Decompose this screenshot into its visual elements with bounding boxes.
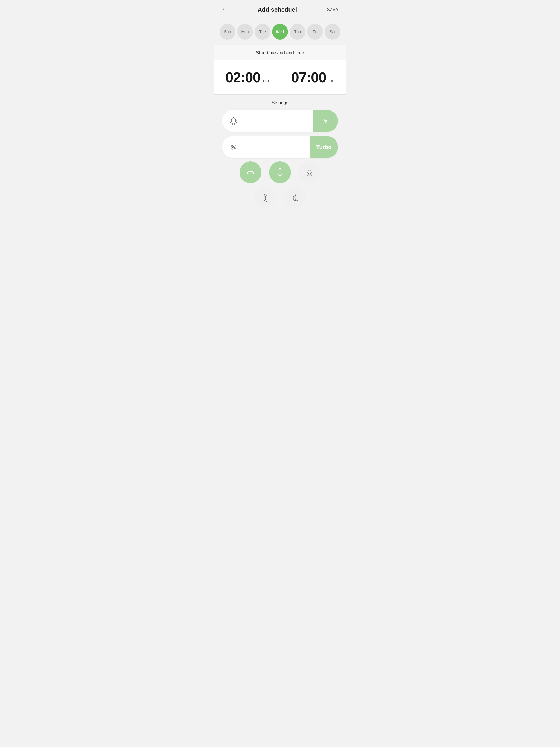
day-mon[interactable]: Mon	[237, 24, 253, 40]
app-container: ‹ Add scheduel Save Sun Mon Tue Wed Thu …	[214, 0, 346, 747]
round-buttons-row-2	[214, 185, 346, 215]
svg-marker-0	[230, 117, 237, 125]
header: ‹ Add scheduel Save	[214, 0, 346, 18]
start-time-cell[interactable]: 02:00 a.m	[214, 60, 280, 94]
svg-point-5	[308, 173, 309, 174]
level-pill-control[interactable]: 5	[222, 110, 338, 132]
sleep-mode-button[interactable]	[284, 186, 306, 208]
level-value: 5	[313, 110, 338, 132]
days-row: Sun Mon Tue Wed Thu Fri Sat	[219, 24, 341, 40]
day-fri[interactable]: Fri	[307, 24, 323, 40]
fan-icon	[228, 141, 239, 153]
svg-point-9	[297, 197, 298, 198]
tree-icon	[228, 115, 239, 127]
back-button[interactable]: ‹	[222, 5, 233, 14]
person-mode-button[interactable]	[254, 186, 276, 208]
page-title: Add scheduel	[233, 6, 322, 14]
svg-point-10	[296, 195, 296, 195]
svg-point-8	[297, 195, 297, 196]
day-sat[interactable]: Sat	[325, 24, 340, 40]
time-section-label: Start time and end time	[214, 45, 346, 60]
save-button[interactable]: Save	[322, 7, 338, 12]
days-section: Sun Mon Tue Wed Thu Fri Sat	[214, 18, 346, 45]
start-time-value: 02:00	[225, 69, 260, 85]
child-lock-button[interactable]	[299, 161, 321, 183]
end-time-value: 07:00	[291, 69, 326, 85]
start-time-ampm: a.m	[261, 78, 269, 83]
settings-label: Settings	[214, 95, 346, 110]
svg-point-7	[264, 194, 266, 196]
day-tue[interactable]: Tue	[255, 24, 271, 40]
day-thu[interactable]: Thu	[289, 24, 305, 40]
fan-value: Turbo	[310, 136, 338, 158]
day-wed[interactable]: Wed	[272, 24, 288, 40]
svg-point-6	[310, 173, 311, 174]
day-sun[interactable]: Sun	[220, 24, 235, 40]
fan-pill-control[interactable]: Turbo	[222, 136, 338, 158]
svg-point-2	[247, 172, 254, 174]
vertical-swing-button[interactable]	[269, 161, 291, 183]
rotation-button[interactable]	[239, 161, 261, 183]
settings-section: 5 Turbo	[214, 110, 346, 158]
round-buttons-row-1	[214, 159, 346, 185]
end-time-ampm: p.m	[327, 78, 335, 83]
end-time-cell[interactable]: 07:00 p.m	[280, 60, 346, 94]
time-display-row: 02:00 a.m 07:00 p.m	[214, 60, 346, 95]
